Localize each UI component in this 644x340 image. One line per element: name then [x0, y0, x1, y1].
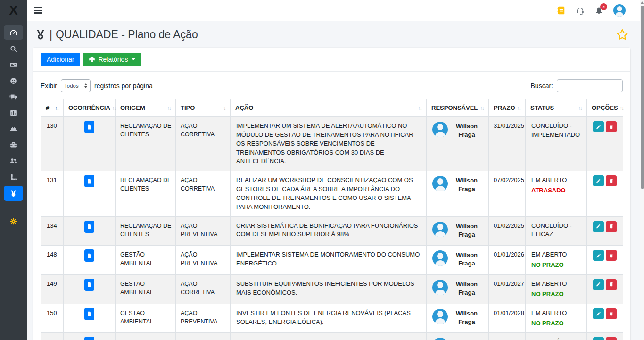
delete-button[interactable]	[606, 250, 617, 261]
title-separator: |	[50, 28, 52, 41]
sidebar-item-toolbox[interactable]	[4, 138, 23, 152]
card-header: Adicionar Relatórios	[33, 48, 630, 72]
money-check-icon	[9, 61, 17, 69]
status-text: CONCLUÍDO - EFICAZ	[531, 338, 581, 340]
title-wrap: | QUALIDADE - Plano de Ação	[35, 28, 198, 41]
origem-cell: GESTÃO AMBIENTAL	[116, 304, 176, 333]
sort-icon: ↑↓	[418, 105, 422, 111]
delete-button[interactable]	[606, 175, 617, 186]
column-header-origem[interactable]: ORIGEM↑↓	[116, 99, 176, 117]
medal-icon	[35, 29, 46, 41]
row-id: 149	[41, 274, 64, 304]
medal-icon	[9, 190, 17, 198]
search-control: Buscar:	[531, 79, 623, 92]
prazo-cell: 01/01/2028	[489, 304, 526, 333]
table-row: 131 RECLAMAÇÃO DE CLIENTES AÇÃO CORRETIV…	[41, 171, 623, 216]
table-row: 165 RECLAMAÇÃO DE CLIENTES AÇÃO CORRETIV…	[41, 333, 623, 340]
contacts-book-icon	[557, 6, 565, 15]
delete-button[interactable]	[606, 337, 617, 340]
sidebar-item-users[interactable]	[4, 154, 23, 168]
column-header-id[interactable]: #↑↓	[41, 99, 64, 117]
edit-button[interactable]	[593, 337, 604, 340]
edit-button[interactable]	[593, 308, 604, 319]
sidebar-nav	[0, 21, 27, 229]
trash-icon	[609, 311, 614, 316]
sidebar-item-billing[interactable]	[4, 58, 23, 72]
sidebar-item-quality[interactable]	[4, 186, 23, 201]
occurrence-button[interactable]	[84, 337, 94, 340]
sort-icon: ↑↓	[55, 105, 59, 111]
row-id: 131	[41, 171, 64, 216]
status-text: CONCLUÍDO - EFICAZ	[531, 222, 581, 240]
sidebar-item-measurement[interactable]	[4, 170, 23, 184]
occurrence-button[interactable]	[84, 221, 94, 233]
trash-icon	[609, 224, 614, 229]
delete-button[interactable]	[606, 279, 617, 290]
tipo-cell: AÇÃO PREVENTIVA	[176, 246, 231, 275]
delete-button[interactable]	[606, 308, 617, 319]
table-row: 130 RECLAMAÇÃO DE CLIENTES AÇÃO CORRETIV…	[41, 117, 623, 171]
add-button[interactable]: Adicionar	[41, 53, 80, 66]
edit-button[interactable]	[593, 221, 604, 232]
show-label: Exibir	[41, 82, 57, 90]
file-icon	[87, 311, 91, 317]
brand-logo-text: X	[9, 3, 17, 18]
delete-button[interactable]	[606, 221, 617, 232]
trash-icon	[609, 124, 614, 130]
delete-button[interactable]	[606, 121, 617, 132]
sidebar-item-satisfaction[interactable]	[4, 74, 23, 88]
scrollbar-thumb[interactable]	[641, 6, 644, 189]
sidebar-item-safety[interactable]	[4, 122, 23, 136]
status-text: CONCLUÍDO - IMPLEMENTADO	[531, 122, 581, 140]
origem-cell: RECLAMAÇÃO DE CLIENTES	[116, 216, 176, 246]
search-icon	[9, 45, 17, 53]
edit-button[interactable]	[593, 175, 604, 186]
sidebar-item-dashboard[interactable]	[4, 25, 23, 40]
headset-icon	[576, 6, 585, 15]
menu-toggle-button[interactable]	[34, 7, 42, 14]
edit-button[interactable]	[593, 250, 604, 261]
avatar	[432, 309, 448, 324]
user-avatar[interactable]	[613, 4, 626, 17]
trash-icon	[609, 282, 614, 287]
acao-cell: AÇÃO TESTE	[231, 333, 427, 340]
origem-cell: RECLAMAÇÃO DE CLIENTES	[116, 333, 176, 340]
column-header-ocorrencia[interactable]: OCORRÊNCIA↑↓	[64, 99, 116, 117]
sidebar-item-search[interactable]	[4, 41, 23, 56]
column-header-tipo[interactable]: TIPO↑↓	[176, 99, 231, 117]
contacts-button[interactable]	[557, 6, 565, 15]
row-id: 165	[41, 333, 64, 340]
acao-cell: CRIAR SISTEMÁTICA DE BONIFICAÇÃO PARA FU…	[231, 216, 427, 246]
column-header-acao[interactable]: AÇÃO↑↓	[231, 99, 427, 117]
file-icon	[87, 124, 91, 130]
column-header-prazo[interactable]: PRAZO↑↓	[489, 99, 526, 117]
support-button[interactable]	[576, 6, 585, 15]
reports-button[interactable]: Relatórios	[83, 53, 141, 66]
occurrence-button[interactable]	[84, 249, 94, 262]
page-scrollbar[interactable]	[640, 0, 644, 340]
origem-cell: RECLAMAÇÃO DE CLIENTES	[116, 171, 176, 216]
edit-button[interactable]	[593, 279, 604, 290]
edit-button[interactable]	[593, 121, 604, 132]
sidebar-item-reports[interactable]	[4, 106, 23, 120]
occurrence-button[interactable]	[84, 175, 94, 187]
row-id: 148	[41, 246, 64, 275]
scroll-up-arrow-icon[interactable]	[641, 1, 644, 4]
favorite-star-icon[interactable]	[616, 28, 629, 41]
page-size-select[interactable]: Todos	[61, 79, 91, 92]
occurrence-button[interactable]	[84, 308, 94, 320]
occurrence-button[interactable]	[84, 279, 94, 291]
pencil-icon	[596, 253, 601, 258]
column-header-opcoes[interactable]: OPÇÕES↑↓	[587, 99, 623, 117]
sidebar: X	[0, 0, 27, 340]
printer-icon	[89, 56, 95, 63]
sidebar-item-settings[interactable]	[4, 214, 23, 228]
tipo-cell: AÇÃO CORRETIVA	[176, 274, 231, 304]
notifications-button[interactable]: 4	[595, 6, 603, 15]
column-header-status[interactable]: STATUS↑↓	[526, 99, 587, 117]
column-header-responsavel[interactable]: RESPONSÁVEL↑↓	[427, 99, 489, 117]
search-input[interactable]	[557, 79, 623, 92]
brand-logo[interactable]: X	[0, 0, 27, 21]
occurrence-button[interactable]	[84, 121, 94, 133]
sidebar-item-logistics[interactable]	[4, 90, 23, 104]
